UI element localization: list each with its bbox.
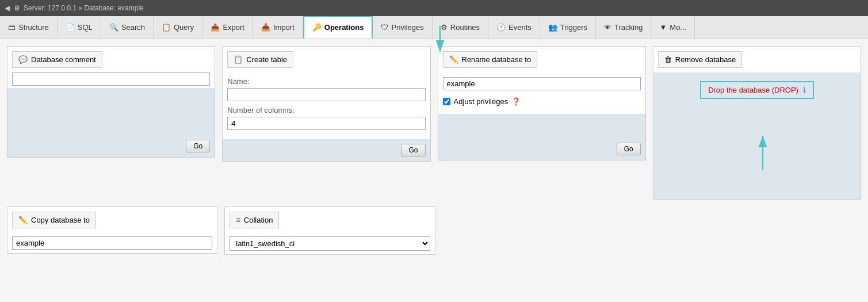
- rename-db-header: ✏️ Rename database to: [443, 51, 538, 68]
- back-icon: ◀: [5, 4, 10, 12]
- rename-db-footer: Go: [438, 114, 645, 160]
- main-content: 💬 Database comment Go 📋 Create table: [0, 39, 868, 262]
- rename-db-panel: ✏️ Rename database to Adjust privileges …: [438, 46, 646, 160]
- collation-select[interactable]: latin1_swedish_ci utf8_general_ci utf8mb…: [230, 236, 430, 251]
- nav-triggers[interactable]: 👥 Triggers: [540, 16, 596, 39]
- structure-icon: 🗃: [8, 23, 16, 32]
- export-icon: 📤: [211, 23, 220, 32]
- create-table-footer: Go: [223, 139, 430, 161]
- collation-body: latin1_swedish_ci utf8_general_ci utf8mb…: [225, 233, 434, 254]
- create-table-go-button[interactable]: Go: [401, 144, 425, 156]
- create-table-body: Name: Number of columns: 4: [223, 72, 430, 139]
- nav-more[interactable]: ▼ Mo...: [651, 16, 695, 39]
- remove-db-body: Drop the database (DROP) ℹ: [653, 72, 861, 199]
- query-icon: 📋: [162, 23, 171, 32]
- nav-events[interactable]: 🕐 Events: [488, 16, 540, 39]
- nav-import[interactable]: 📥 Import: [253, 16, 303, 39]
- panel-row-1: 💬 Database comment Go 📋 Create table: [7, 46, 861, 200]
- search-icon: 🔍: [109, 23, 118, 32]
- adjust-privileges-help-icon: ❓: [511, 97, 521, 106]
- import-icon: 📥: [261, 23, 270, 32]
- copy-db-header: ✏️ Copy database to: [12, 212, 96, 228]
- db-comment-go-button[interactable]: Go: [186, 140, 210, 152]
- nav-privileges[interactable]: 🛡 Privileges: [373, 16, 432, 39]
- server-icon: 🖥: [13, 4, 20, 12]
- operations-icon: 🔑: [312, 23, 322, 32]
- nav-search[interactable]: 🔍 Search: [101, 16, 154, 39]
- comment-icon: 💬: [18, 55, 28, 64]
- privileges-icon: 🛡: [381, 23, 388, 32]
- copy-db-panel: ✏️ Copy database to: [7, 207, 217, 254]
- copy-icon: ✏️: [18, 216, 28, 224]
- triggers-icon: 👥: [548, 23, 557, 32]
- create-table-header: 📋 Create table: [227, 51, 293, 68]
- create-table-icon: 📋: [234, 55, 243, 64]
- events-icon: 🕐: [496, 23, 506, 32]
- sql-icon: 📄: [66, 23, 75, 32]
- create-table-panel: 📋 Create table Name: Number of columns: …: [222, 46, 430, 162]
- nav-structure[interactable]: 🗃 Structure: [0, 16, 58, 39]
- remove-db-header: 🗑 Remove database: [658, 51, 743, 68]
- nav-query[interactable]: 📋 Query: [154, 16, 202, 39]
- collation-icon: ≡: [236, 216, 240, 224]
- more-icon: ▼: [659, 23, 667, 32]
- create-table-name-input[interactable]: [227, 88, 425, 101]
- panel-row-2: ✏️ Copy database to ≡ Collation latin1_s…: [7, 207, 861, 255]
- collation-header: ≡ Collation: [230, 212, 279, 228]
- collation-panel: ≡ Collation latin1_swedish_ci utf8_gener…: [224, 207, 435, 255]
- nav-tracking[interactable]: 👁 Tracking: [596, 16, 651, 39]
- rename-db-go-button[interactable]: Go: [617, 143, 641, 155]
- drop-database-link[interactable]: Drop the database (DROP) ℹ: [700, 81, 813, 99]
- rename-db-body: Adjust privileges ❓: [438, 72, 645, 114]
- title-text: Server: 127.0.0.1 » Database: example: [24, 4, 144, 12]
- nav-bar: 🗃 Structure 📄 SQL 🔍 Search 📋 Query 📤 Exp…: [0, 16, 868, 39]
- rename-icon: ✏️: [449, 55, 458, 64]
- tracking-icon: 👁: [604, 23, 611, 32]
- db-comment-body: Go: [7, 88, 215, 157]
- create-table-columns-input[interactable]: 4: [227, 117, 425, 130]
- db-comment-header: 💬 Database comment: [12, 51, 102, 68]
- rename-db-input[interactable]: [443, 77, 641, 90]
- nav-operations[interactable]: 🔑 Operations: [303, 16, 373, 39]
- db-comment-input[interactable]: [12, 72, 210, 86]
- nav-sql[interactable]: 📄 SQL: [58, 16, 101, 39]
- db-comment-panel: 💬 Database comment Go: [7, 46, 215, 158]
- remove-icon: 🗑: [664, 55, 672, 64]
- drop-info-icon: ℹ: [803, 86, 806, 94]
- nav-export[interactable]: 📤 Export: [202, 16, 253, 39]
- copy-db-body: [7, 233, 217, 253]
- remove-db-panel: 🗑 Remove database Drop the database (DRO…: [653, 46, 861, 200]
- adjust-privileges-checkbox[interactable]: [443, 98, 450, 105]
- nav-routines[interactable]: ⚙ Routines: [433, 16, 488, 39]
- copy-db-input[interactable]: [12, 236, 212, 250]
- routines-icon: ⚙: [441, 23, 448, 32]
- title-bar: ◀ 🖥 Server: 127.0.0.1 » Database: exampl…: [0, 0, 868, 16]
